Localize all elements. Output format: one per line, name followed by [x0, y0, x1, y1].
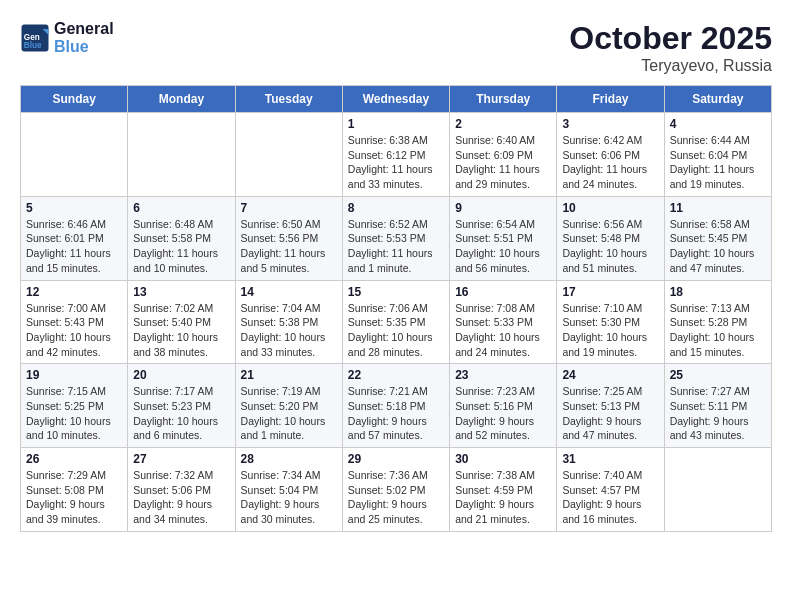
- day-number: 8: [348, 201, 444, 215]
- day-number: 20: [133, 368, 229, 382]
- svg-text:Blue: Blue: [24, 41, 42, 50]
- calendar-cell: 16Sunrise: 7:08 AM Sunset: 5:33 PM Dayli…: [450, 280, 557, 364]
- week-row-1: 1Sunrise: 6:38 AM Sunset: 6:12 PM Daylig…: [21, 113, 772, 197]
- day-number: 26: [26, 452, 122, 466]
- calendar-cell: [21, 113, 128, 197]
- day-number: 28: [241, 452, 337, 466]
- day-number: 5: [26, 201, 122, 215]
- day-info: Sunrise: 7:10 AM Sunset: 5:30 PM Dayligh…: [562, 301, 658, 360]
- calendar-cell: 21Sunrise: 7:19 AM Sunset: 5:20 PM Dayli…: [235, 364, 342, 448]
- day-number: 24: [562, 368, 658, 382]
- calendar-cell: 26Sunrise: 7:29 AM Sunset: 5:08 PM Dayli…: [21, 448, 128, 532]
- month-title: October 2025: [569, 20, 772, 57]
- day-info: Sunrise: 7:36 AM Sunset: 5:02 PM Dayligh…: [348, 468, 444, 527]
- day-info: Sunrise: 7:13 AM Sunset: 5:28 PM Dayligh…: [670, 301, 766, 360]
- calendar-cell: 24Sunrise: 7:25 AM Sunset: 5:13 PM Dayli…: [557, 364, 664, 448]
- logo-text: General Blue: [54, 20, 114, 56]
- calendar-cell: 7Sunrise: 6:50 AM Sunset: 5:56 PM Daylig…: [235, 196, 342, 280]
- day-number: 27: [133, 452, 229, 466]
- calendar-cell: 2Sunrise: 6:40 AM Sunset: 6:09 PM Daylig…: [450, 113, 557, 197]
- day-info: Sunrise: 6:56 AM Sunset: 5:48 PM Dayligh…: [562, 217, 658, 276]
- calendar-cell: 3Sunrise: 6:42 AM Sunset: 6:06 PM Daylig…: [557, 113, 664, 197]
- calendar-cell: 15Sunrise: 7:06 AM Sunset: 5:35 PM Dayli…: [342, 280, 449, 364]
- calendar-cell: 13Sunrise: 7:02 AM Sunset: 5:40 PM Dayli…: [128, 280, 235, 364]
- calendar-cell: 30Sunrise: 7:38 AM Sunset: 4:59 PM Dayli…: [450, 448, 557, 532]
- calendar-cell: 1Sunrise: 6:38 AM Sunset: 6:12 PM Daylig…: [342, 113, 449, 197]
- day-info: Sunrise: 6:50 AM Sunset: 5:56 PM Dayligh…: [241, 217, 337, 276]
- calendar-cell: [128, 113, 235, 197]
- calendar-cell: 25Sunrise: 7:27 AM Sunset: 5:11 PM Dayli…: [664, 364, 771, 448]
- weekday-header-sunday: Sunday: [21, 86, 128, 113]
- day-number: 12: [26, 285, 122, 299]
- calendar-cell: 12Sunrise: 7:00 AM Sunset: 5:43 PM Dayli…: [21, 280, 128, 364]
- page-header: Gen Blue General Blue October 2025 Terya…: [20, 20, 772, 75]
- calendar-cell: 4Sunrise: 6:44 AM Sunset: 6:04 PM Daylig…: [664, 113, 771, 197]
- week-row-3: 12Sunrise: 7:00 AM Sunset: 5:43 PM Dayli…: [21, 280, 772, 364]
- day-info: Sunrise: 7:25 AM Sunset: 5:13 PM Dayligh…: [562, 384, 658, 443]
- day-info: Sunrise: 7:38 AM Sunset: 4:59 PM Dayligh…: [455, 468, 551, 527]
- day-info: Sunrise: 6:44 AM Sunset: 6:04 PM Dayligh…: [670, 133, 766, 192]
- day-number: 14: [241, 285, 337, 299]
- day-number: 21: [241, 368, 337, 382]
- day-info: Sunrise: 6:52 AM Sunset: 5:53 PM Dayligh…: [348, 217, 444, 276]
- calendar-cell: 17Sunrise: 7:10 AM Sunset: 5:30 PM Dayli…: [557, 280, 664, 364]
- day-number: 22: [348, 368, 444, 382]
- calendar-cell: 23Sunrise: 7:23 AM Sunset: 5:16 PM Dayli…: [450, 364, 557, 448]
- day-number: 30: [455, 452, 551, 466]
- day-number: 13: [133, 285, 229, 299]
- weekday-header-tuesday: Tuesday: [235, 86, 342, 113]
- week-row-5: 26Sunrise: 7:29 AM Sunset: 5:08 PM Dayli…: [21, 448, 772, 532]
- day-info: Sunrise: 7:27 AM Sunset: 5:11 PM Dayligh…: [670, 384, 766, 443]
- day-info: Sunrise: 7:23 AM Sunset: 5:16 PM Dayligh…: [455, 384, 551, 443]
- calendar-table: SundayMondayTuesdayWednesdayThursdayFrid…: [20, 85, 772, 532]
- day-info: Sunrise: 7:02 AM Sunset: 5:40 PM Dayligh…: [133, 301, 229, 360]
- day-info: Sunrise: 7:32 AM Sunset: 5:06 PM Dayligh…: [133, 468, 229, 527]
- day-number: 6: [133, 201, 229, 215]
- day-info: Sunrise: 6:42 AM Sunset: 6:06 PM Dayligh…: [562, 133, 658, 192]
- calendar-cell: 11Sunrise: 6:58 AM Sunset: 5:45 PM Dayli…: [664, 196, 771, 280]
- calendar-cell: [235, 113, 342, 197]
- day-info: Sunrise: 7:08 AM Sunset: 5:33 PM Dayligh…: [455, 301, 551, 360]
- weekday-header-thursday: Thursday: [450, 86, 557, 113]
- calendar-cell: 18Sunrise: 7:13 AM Sunset: 5:28 PM Dayli…: [664, 280, 771, 364]
- day-info: Sunrise: 6:48 AM Sunset: 5:58 PM Dayligh…: [133, 217, 229, 276]
- week-row-2: 5Sunrise: 6:46 AM Sunset: 6:01 PM Daylig…: [21, 196, 772, 280]
- day-number: 31: [562, 452, 658, 466]
- day-number: 19: [26, 368, 122, 382]
- calendar-cell: 14Sunrise: 7:04 AM Sunset: 5:38 PM Dayli…: [235, 280, 342, 364]
- day-number: 4: [670, 117, 766, 131]
- day-info: Sunrise: 7:40 AM Sunset: 4:57 PM Dayligh…: [562, 468, 658, 527]
- day-info: Sunrise: 7:15 AM Sunset: 5:25 PM Dayligh…: [26, 384, 122, 443]
- day-info: Sunrise: 7:06 AM Sunset: 5:35 PM Dayligh…: [348, 301, 444, 360]
- day-info: Sunrise: 7:29 AM Sunset: 5:08 PM Dayligh…: [26, 468, 122, 527]
- day-number: 16: [455, 285, 551, 299]
- day-number: 2: [455, 117, 551, 131]
- calendar-cell: 6Sunrise: 6:48 AM Sunset: 5:58 PM Daylig…: [128, 196, 235, 280]
- day-info: Sunrise: 6:40 AM Sunset: 6:09 PM Dayligh…: [455, 133, 551, 192]
- weekday-header-saturday: Saturday: [664, 86, 771, 113]
- calendar-cell: 20Sunrise: 7:17 AM Sunset: 5:23 PM Dayli…: [128, 364, 235, 448]
- day-info: Sunrise: 7:34 AM Sunset: 5:04 PM Dayligh…: [241, 468, 337, 527]
- day-number: 18: [670, 285, 766, 299]
- calendar-cell: 10Sunrise: 6:56 AM Sunset: 5:48 PM Dayli…: [557, 196, 664, 280]
- day-number: 15: [348, 285, 444, 299]
- weekday-header-monday: Monday: [128, 86, 235, 113]
- day-number: 10: [562, 201, 658, 215]
- day-info: Sunrise: 6:38 AM Sunset: 6:12 PM Dayligh…: [348, 133, 444, 192]
- day-info: Sunrise: 6:58 AM Sunset: 5:45 PM Dayligh…: [670, 217, 766, 276]
- day-number: 3: [562, 117, 658, 131]
- day-info: Sunrise: 7:21 AM Sunset: 5:18 PM Dayligh…: [348, 384, 444, 443]
- day-info: Sunrise: 7:17 AM Sunset: 5:23 PM Dayligh…: [133, 384, 229, 443]
- day-info: Sunrise: 7:04 AM Sunset: 5:38 PM Dayligh…: [241, 301, 337, 360]
- calendar-cell: 5Sunrise: 6:46 AM Sunset: 6:01 PM Daylig…: [21, 196, 128, 280]
- day-info: Sunrise: 6:46 AM Sunset: 6:01 PM Dayligh…: [26, 217, 122, 276]
- week-row-4: 19Sunrise: 7:15 AM Sunset: 5:25 PM Dayli…: [21, 364, 772, 448]
- day-number: 29: [348, 452, 444, 466]
- day-number: 9: [455, 201, 551, 215]
- calendar-cell: 9Sunrise: 6:54 AM Sunset: 5:51 PM Daylig…: [450, 196, 557, 280]
- logo: Gen Blue General Blue: [20, 20, 114, 56]
- day-info: Sunrise: 6:54 AM Sunset: 5:51 PM Dayligh…: [455, 217, 551, 276]
- day-number: 23: [455, 368, 551, 382]
- weekday-header-friday: Friday: [557, 86, 664, 113]
- weekday-header-wednesday: Wednesday: [342, 86, 449, 113]
